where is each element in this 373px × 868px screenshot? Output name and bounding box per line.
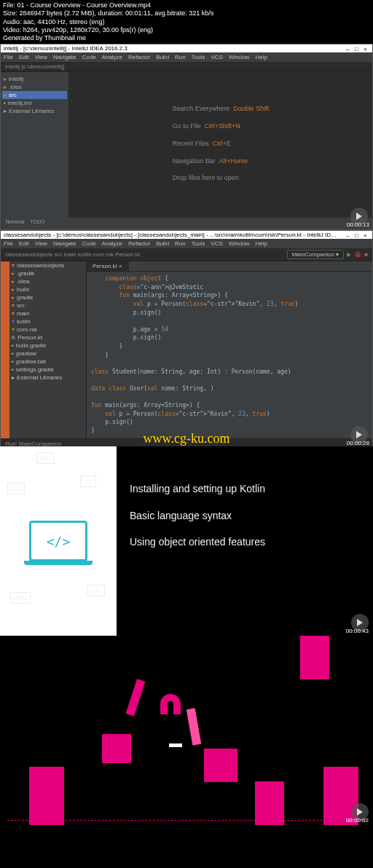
library-icon: ▸ [4,108,7,114]
folder-icon: ▸ [12,286,15,293]
menu-item[interactable]: Window [229,240,249,247]
menu-item[interactable]: Analyze [102,54,122,60]
tree-item: ▸intellij [2,75,67,83]
tree-item: ▸.idea [2,83,67,91]
folder-icon: ▸ [12,294,15,301]
menu-item[interactable]: Help [255,240,267,247]
menu-item[interactable]: File [4,54,13,60]
menu-item[interactable]: Window [229,54,249,60]
pattern-icon: HTML [10,592,31,604]
window-titlebar: classesandobjects - [c:\demos\classesand… [1,231,372,239]
menu-item[interactable]: Build [156,240,169,247]
debug-icon[interactable]: 🐞 [354,251,361,258]
tool-tab[interactable]: Terminal [5,219,24,224]
menu-item[interactable]: Navigate [53,54,76,60]
tip-label: Search Everywhere [173,105,230,112]
breadcrumb-text: intellij [c:\demos\intellij] [5,63,64,70]
meta-line: Audio: aac, 44100 Hz, stereo (eng) [3,18,370,26]
library-icon: ▸ [12,374,15,381]
shape-bar [126,679,146,717]
run-config-select[interactable]: MainCompanion ▾ [287,250,345,259]
folder-icon: ▸ [4,84,7,90]
meta-line: Video: h264, yuv420p, 1280x720, 30.00 fp… [3,26,370,34]
menu-item[interactable]: VCS [211,54,222,60]
tree-item: ▪build.gradle [9,342,86,350]
shape-block [102,734,131,763]
bullet: Installing and setting up Kotlin [130,476,360,502]
tree-item: ▸gradle [9,293,86,301]
timestamp: 00:00:13 [347,221,369,228]
menu-item[interactable]: Tools [192,240,205,247]
tree-item-selected: KPerson.kt [9,334,86,342]
menu-item[interactable]: Tools [192,54,205,60]
project-tree[interactable]: ▸intellij ▸.idea ▸src ▪intellij.iml ▸Ext… [1,72,69,218]
slide-abstract-animation: 00:00:02 [0,636,373,825]
tree-item: ▸build [9,285,86,293]
tree-item: ▪gradlew.bat [9,358,86,366]
menu-item[interactable]: Code [82,240,95,247]
menu-item[interactable]: Refactor [128,240,150,247]
menu-item[interactable]: View [35,54,47,60]
menubar: File Edit View Navigate Code Analyze Ref… [1,239,372,248]
tree-item: ▪gradlew [9,350,86,358]
folder-icon: ▾ [12,310,15,317]
pattern-icon: JS [80,476,96,487]
tree-item: ▾classesandobjects [9,261,86,269]
menu-item[interactable]: Edit [19,240,29,247]
pattern-icon: SVG [36,452,54,464]
menu-item[interactable]: VCS [211,240,222,247]
minimize-icon[interactable]: – [346,46,352,52]
menu-item[interactable]: Help [255,54,267,60]
ide-window-code: classesandobjects - [c:\demos\classesand… [0,230,373,449]
pattern-icon: CSS [7,483,25,494]
menu-item[interactable]: File [4,240,13,247]
tip-label: Recent Files [173,139,209,146]
breadcrumb: intellij [c:\demos\intellij] [1,62,372,72]
close-icon[interactable]: × [364,232,369,238]
menu-item[interactable]: Build [156,54,169,60]
maximize-icon[interactable]: □ [355,232,361,238]
menu-item[interactable]: Edit [19,54,29,60]
minimize-icon[interactable]: – [346,232,352,238]
tip-shortcut: Alt+Home [219,157,248,164]
shape-block [255,781,284,825]
shape-block [29,767,64,825]
menu-item[interactable]: Refactor [128,54,150,60]
menu-item[interactable]: Navigate [53,240,76,247]
dotted-line [7,820,366,821]
timestamp: 00:00:02 [346,817,369,824]
timestamp: 00:00:28 [347,440,369,446]
editor-tab[interactable]: Person.kt × [87,261,129,271]
shape-arc [160,694,181,714]
tool-tab[interactable]: TODO [30,219,44,224]
tip-shortcut: Ctrl+E [213,139,231,146]
menubar: File Edit View Navigate Code Analyze Ref… [1,52,372,62]
statusbar: Terminal TODO [1,218,372,226]
menu-item[interactable]: View [35,240,47,247]
editor-empty[interactable]: Search Everywhere Double Shift Go to Fil… [69,72,372,218]
meta-line: Size: 2846947 bytes (2.72 MiB), duration… [3,9,370,17]
window-title: intellij - [c:\demos\intellij] - Intelli… [4,45,127,52]
folder-icon: ▸ [4,92,7,98]
shape-block [300,636,329,679]
pattern-icon: EXE [87,585,105,596]
kotlin-file-icon: K [12,334,15,341]
tool-window-stripe[interactable] [1,261,9,438]
run-config-area: MainCompanion ▾ ▶ 🐞 ■ [287,250,368,259]
tip-shortcut: Ctrl+Shift+N [205,122,240,130]
run-icon[interactable]: ▶ [347,251,351,258]
project-tree[interactable]: ▾classesandobjects ▸.gradle ▸.idea ▸buil… [9,261,87,438]
menu-item[interactable]: Analyze [102,240,122,247]
menu-item[interactable]: Run [175,54,186,60]
ide-window-empty: intellij - [c:\demos\intellij] - Intelli… [0,44,373,230]
close-icon[interactable]: × [364,46,369,52]
folder-icon: ▾ [12,318,15,325]
bullet: Using object oriented features [130,529,360,555]
editor-tips: Search Everywhere Double Shift Go to Fil… [173,102,270,189]
menu-item[interactable]: Code [82,54,95,60]
stop-icon[interactable]: ■ [364,251,368,258]
menu-item[interactable]: Run [175,240,186,247]
code-editor[interactable]: companion object { class="c-ann">@JvmSta… [87,272,372,438]
maximize-icon[interactable]: □ [355,46,361,52]
tip-shortcut: Double Shift [233,105,269,112]
